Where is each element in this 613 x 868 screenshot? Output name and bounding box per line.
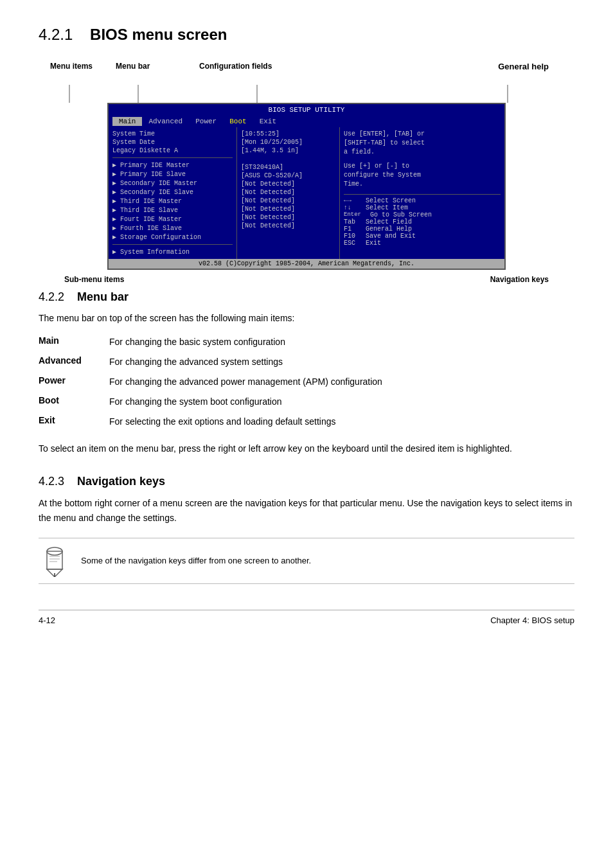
subsection-422-intro: The menu bar on top of the screen has th… [39, 312, 574, 325]
menu-desc-power: For changing the advanced power manageme… [109, 375, 574, 389]
label-general-help: General help [498, 62, 549, 71]
subsection-423-intro: At the bottom right corner of a menu scr… [39, 496, 574, 525]
bios-val-time: [10:55:25] [241, 130, 335, 138]
bios-val-sep [241, 155, 335, 163]
bios-third-ide-master[interactable]: Third IDE Master [112, 197, 233, 206]
bios-primary-ide-master[interactable]: Primary IDE Master [112, 161, 233, 170]
bios-menu-boot[interactable]: Boot [223, 117, 253, 126]
bios-screen: BIOS SETUP UTILITY Main Advanced Power B… [107, 103, 506, 270]
bios-body: System Time System Date Legacy Diskette … [109, 127, 504, 259]
note-box: Some of the navigation keys differ from … [39, 538, 574, 584]
bios-storage-config[interactable]: Storage Configuration [112, 233, 233, 242]
menu-row-main: Main For changing the basic system confi… [39, 335, 574, 349]
subsection-423-number: 4.2.3 [39, 475, 64, 488]
bios-help-panel: Use [ENTER], [TAB] or[SHIFT-TAB] to sele… [340, 127, 504, 259]
subsection-422-number: 4.2.2 [39, 290, 64, 303]
subsection-422-title: 4.2.2 Menu bar [39, 290, 574, 304]
menu-desc-main: For changing the basic system configurat… [109, 335, 574, 349]
subsection-423-heading: Navigation keys [77, 475, 165, 488]
section-heading: BIOS menu screen [90, 26, 227, 43]
bios-title: BIOS SETUP UTILITY [269, 106, 345, 114]
label-menu-bar: Menu bar [116, 62, 150, 71]
subsection-422-footer: To select an item on the menu bar, press… [39, 441, 574, 456]
bios-val-ide5: [Not Detected] [241, 197, 335, 205]
bios-val-ide7: [Not Detected] [241, 213, 335, 222]
bios-help-text2: Use [+] or [-] toconfigure the SystemTim… [344, 162, 501, 189]
label-sub-menu-items: Sub-menu items [64, 275, 124, 284]
pencil-icon [42, 545, 67, 577]
note-text: Some of the navigation keys differ from … [81, 554, 311, 567]
bios-menu-power[interactable]: Power [189, 117, 223, 126]
page-number: 4-12 [39, 616, 55, 625]
subsection-423-title: 4.2.3 Navigation keys [39, 475, 574, 488]
section-title: 4.2.1 BIOS menu screen [39, 26, 574, 44]
bios-menu-exit[interactable]: Exit [253, 117, 283, 126]
bios-secondary-ide-slave[interactable]: Secondary IDE Slave [112, 188, 233, 197]
bios-primary-ide-slave[interactable]: Primary IDE Slave [112, 170, 233, 179]
menu-desc-exit: For selecting the exit options and loadi… [109, 415, 574, 429]
menu-row-boot: Boot For changing the system boot config… [39, 395, 574, 409]
bios-menu-advanced[interactable]: Advanced [142, 117, 189, 126]
bios-nav-keys: ←→Select Screen ↑↓Select Item Enter Go t… [344, 197, 501, 247]
bios-diagram: Menu items Menu bar Configuration fields… [39, 62, 574, 284]
bios-third-ide-slave[interactable]: Third IDE Slave [112, 206, 233, 215]
bios-val-ide1: [ST320410A] [241, 163, 335, 172]
connector-lines [39, 85, 574, 103]
section-number: 4.2.1 [39, 26, 73, 43]
bios-menu-main[interactable]: Main [112, 117, 142, 126]
bios-system-time-label: System Time [112, 130, 233, 138]
menu-items-table: Main For changing the basic system confi… [39, 335, 574, 429]
page-footer: 4-12 Chapter 4: BIOS setup [39, 610, 574, 625]
bios-center-panel: [10:55:25] [Mon 10/25/2005] [1.44M, 3.5 … [237, 127, 340, 259]
menu-row-power: Power For changing the advanced power ma… [39, 375, 574, 389]
bios-legacy-diskette-label: Legacy Diskette A [112, 146, 233, 155]
bios-val-ide6: [Not Detected] [241, 205, 335, 213]
menu-key-exit: Exit [39, 415, 109, 425]
bios-fourth-ide-slave[interactable]: Fourth IDE Slave [112, 224, 233, 233]
menu-desc-boot: For changing the system boot configurati… [109, 395, 574, 409]
section-4-2-2: 4.2.2 Menu bar The menu bar on top of th… [39, 290, 574, 456]
bios-copyright: v02.58 (C)Copyright 1985-2004, American … [199, 260, 414, 267]
bios-footer: v02.58 (C)Copyright 1985-2004, American … [109, 259, 504, 269]
menu-key-power: Power [39, 375, 109, 385]
section-4-2-3: 4.2.3 Navigation keys At the bottom righ… [39, 475, 574, 584]
bios-title-bar: BIOS SETUP UTILITY [109, 104, 504, 116]
note-icon [39, 545, 71, 577]
menu-key-main: Main [39, 335, 109, 346]
label-navigation-keys: Navigation keys [490, 275, 549, 284]
menu-key-boot: Boot [39, 395, 109, 405]
bios-val-diskette: [1.44M, 3.5 in] [241, 146, 335, 155]
label-config-fields: Configuration fields [199, 62, 272, 71]
label-menu-items: Menu items [50, 62, 93, 71]
bios-val-ide2: [ASUS CD-S520/A] [241, 172, 335, 180]
menu-row-exit: Exit For selecting the exit options and … [39, 415, 574, 429]
bios-fourt-ide-master[interactable]: Fourt IDE Master [112, 215, 233, 224]
menu-key-advanced: Advanced [39, 355, 109, 366]
bios-left-panel: System Time System Date Legacy Diskette … [109, 127, 237, 259]
bios-val-ide8: [Not Detected] [241, 222, 335, 230]
menu-row-advanced: Advanced For changing the advanced syste… [39, 355, 574, 369]
menu-desc-advanced: For changing the advanced system setting… [109, 355, 574, 369]
bios-system-info[interactable]: System Information [112, 247, 233, 256]
bios-val-ide3: [Not Detected] [241, 180, 335, 188]
bios-secondary-ide-master[interactable]: Secondary IDE Master [112, 179, 233, 188]
subsection-422-heading: Menu bar [77, 290, 129, 303]
bios-menu-bar: Main Advanced Power Boot Exit [109, 116, 504, 127]
chapter-label: Chapter 4: BIOS setup [490, 616, 574, 625]
bios-val-ide4: [Not Detected] [241, 188, 335, 197]
bios-help-text1: Use [ENTER], [TAB] or[SHIFT-TAB] to sele… [344, 130, 501, 157]
bios-val-date: [Mon 10/25/2005] [241, 138, 335, 146]
bios-system-date-label: System Date [112, 138, 233, 146]
